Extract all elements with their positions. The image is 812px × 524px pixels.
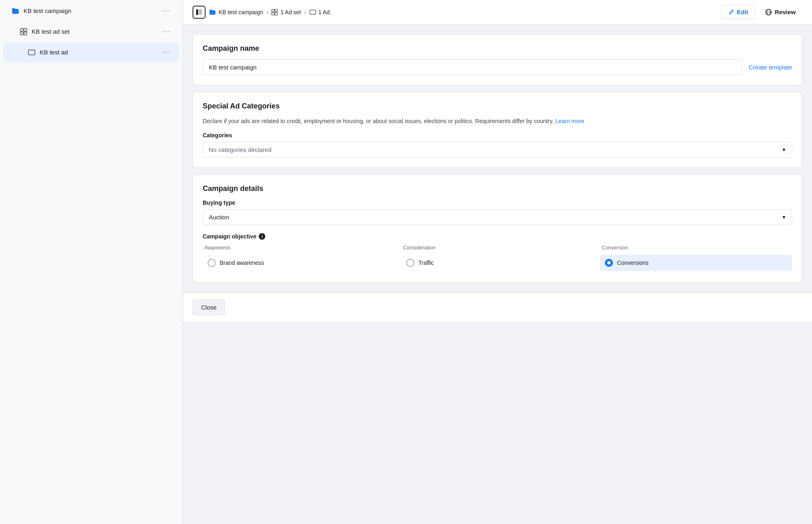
edit-button[interactable]: Edit [721,5,755,19]
breadcrumb-ad[interactable]: 1 Ad [310,9,330,15]
categories-select[interactable]: No categories declared [203,142,792,158]
breadcrumb-campaign-label: KB test campaign [219,9,263,15]
campaign-details-title: Campaign details [203,184,792,193]
traffic-label: Traffic [418,260,434,266]
special-ad-categories-description: Declare if your ads are related to credi… [203,117,792,126]
sidebar-adset-left: KB test ad set [19,28,69,36]
svg-rect-7 [272,9,274,11]
breadcrumb-ad-label: 1 Ad [318,9,330,15]
svg-rect-6 [199,9,202,15]
ad-icon [28,48,36,56]
main-content: KB test campaign › 1 Ad set › 1 Ad [183,0,812,524]
brand-awareness-label: Brand awareness [220,260,264,266]
top-bar-actions: Edit Review [721,5,802,19]
buying-type-label: Buying type [203,199,792,206]
svg-rect-4 [28,50,35,55]
objective-column-awareness: Awareness Brand awareness [203,245,395,273]
campaign-name-title: Campaign name [203,44,792,53]
content-area: Campaign name Create template Special Ad… [183,24,812,292]
close-button[interactable]: Close [193,299,225,315]
buying-type-select[interactable]: Auction [203,209,792,225]
special-ad-categories-card: Special Ad Categories Declare if your ad… [193,92,802,168]
svg-rect-2 [20,32,23,35]
sidebar-item-adset[interactable]: KB test ad set ··· [3,22,179,41]
top-bar: KB test campaign › 1 Ad set › 1 Ad [183,0,812,24]
special-ad-categories-title: Special Ad Categories [203,102,792,110]
svg-rect-10 [275,12,277,15]
conversions-label: Conversions [617,260,649,266]
adset-icon [19,28,28,36]
sidebar: KB test campaign ··· KB test ad set ··· [0,0,183,524]
sidebar-campaign-label: KB test campaign [24,7,71,14]
breadcrumb-adset[interactable]: 1 Ad set [271,9,301,15]
objective-option-traffic[interactable]: Traffic [401,255,593,271]
radio-brand-awareness[interactable] [208,259,216,267]
svg-rect-3 [24,32,27,35]
sidebar-ad-label: KB test ad [40,49,68,56]
breadcrumb: KB test campaign › 1 Ad set › 1 Ad [193,6,330,19]
svg-rect-1 [24,28,27,31]
radio-conversions[interactable] [605,259,613,267]
sidebar-ad-left: KB test ad [28,48,68,56]
review-button-label: Review [775,9,796,15]
sidebar-campaign-menu[interactable]: ··· [162,6,171,15]
breadcrumb-campaign[interactable]: KB test campaign [209,9,263,16]
objective-option-conversions[interactable]: Conversions [600,255,792,271]
create-template-link[interactable]: Create template [749,64,792,71]
campaign-details-card: Campaign details Buying type Auction ▼ C… [193,174,802,283]
sidebar-ad-menu[interactable]: ··· [162,48,171,56]
svg-rect-9 [272,12,274,15]
campaign-objective-label: Campaign objective i [203,233,792,240]
svg-rect-11 [310,10,316,14]
sidebar-adset-menu[interactable]: ··· [162,27,171,36]
breadcrumb-chevron-1: › [266,9,269,15]
objective-column-conversion: Conversion Conversions [600,245,792,273]
sidebar-item-ad[interactable]: KB test ad ··· [3,42,179,62]
bottom-bar: Close [183,292,812,322]
objective-option-brand-awareness[interactable]: Brand awareness [203,255,395,271]
svg-rect-0 [20,28,23,31]
edit-button-label: Edit [737,9,748,15]
svg-rect-5 [196,9,198,15]
radio-traffic[interactable] [406,259,414,267]
campaign-name-input[interactable] [203,59,742,75]
folder-icon [11,7,19,15]
sidebar-item-campaign[interactable]: KB test campaign ··· [3,1,179,21]
campaign-name-card: Campaign name Create template [193,34,802,85]
review-button[interactable]: Review [758,5,802,19]
svg-rect-8 [275,9,277,11]
learn-more-link[interactable]: Learn more [555,118,585,124]
conversion-column-header: Conversion [600,245,792,251]
panel-toggle-icon[interactable] [193,6,206,19]
sidebar-item-left: KB test campaign [11,7,71,15]
breadcrumb-adset-label: 1 Ad set [280,9,301,15]
categories-label: Categories [203,132,792,139]
sidebar-adset-label: KB test ad set [32,28,69,35]
campaign-name-row: Create template [203,59,792,75]
consideration-column-header: Consideration [401,245,593,251]
campaign-objective-grid: Awareness Brand awareness Consideration … [203,245,792,273]
buying-type-select-wrapper: Auction ▼ [203,209,792,225]
awareness-column-header: Awareness [203,245,395,251]
objective-column-consideration: Consideration Traffic [401,245,593,273]
breadcrumb-chevron-2: › [304,9,306,15]
campaign-objective-info-icon[interactable]: i [259,233,265,240]
categories-select-wrapper: No categories declared ▼ [203,142,792,158]
